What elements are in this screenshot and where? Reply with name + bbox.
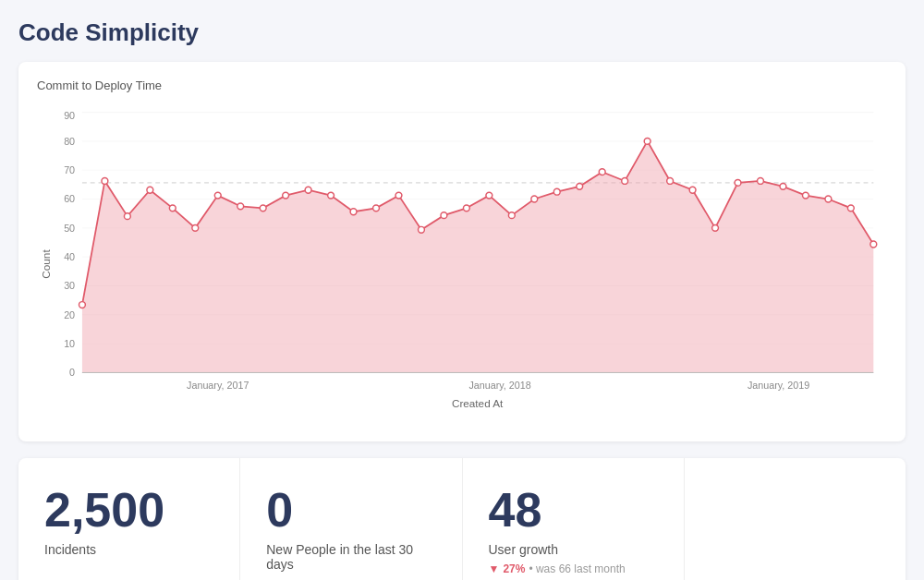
y-tick-50: 50 — [64, 223, 75, 234]
data-dot — [825, 196, 832, 202]
data-dot — [395, 192, 402, 199]
down-arrow-icon: ▼ — [489, 562, 500, 575]
data-dot — [419, 226, 425, 233]
data-dot — [780, 183, 786, 189]
data-dot — [667, 178, 674, 185]
stat-sublabel-user-growth: ▼ 27% • was 66 last month — [489, 562, 658, 575]
y-tick-80: 80 — [64, 136, 75, 147]
data-dot — [735, 179, 741, 186]
x-tick-2018: January, 2018 — [468, 380, 530, 391]
data-dot — [486, 192, 492, 199]
y-axis-title: Count — [40, 249, 52, 279]
stat-label-new-people: New People in the last 30 days — [266, 542, 435, 572]
area-fill — [82, 141, 873, 373]
data-dot — [79, 302, 86, 308]
data-dot — [350, 209, 357, 215]
data-dot — [328, 192, 334, 199]
data-dot — [169, 205, 176, 211]
x-tick-2019: January, 2019 — [748, 380, 809, 391]
data-dot — [102, 178, 108, 185]
stat-number-incidents: 2,500 — [44, 484, 213, 537]
page-title: Code Simplicity — [18, 18, 906, 47]
stat-card-incidents: 2,500 Incidents — [18, 458, 240, 580]
data-dot — [577, 183, 583, 189]
data-dot — [712, 224, 719, 231]
y-tick-70: 70 — [64, 164, 75, 175]
data-dot — [689, 187, 696, 193]
page-container: Code Simplicity Commit to Deploy Time Co… — [0, 0, 924, 580]
y-tick-40: 40 — [64, 251, 75, 262]
data-dot — [870, 241, 877, 248]
y-tick-60: 60 — [64, 193, 75, 204]
y-tick-0: 0 — [69, 367, 75, 378]
stat-pct: 27% — [503, 562, 525, 575]
data-dot — [373, 205, 380, 211]
data-dot — [260, 205, 266, 211]
data-dot — [305, 187, 311, 193]
y-tick-10: 10 — [64, 338, 75, 349]
data-dot — [531, 196, 538, 202]
data-dot — [147, 187, 153, 193]
data-dot — [802, 192, 808, 199]
stat-was-label: • was 66 last month — [529, 562, 625, 575]
data-dot — [124, 213, 130, 220]
data-dot — [622, 178, 628, 185]
data-dot — [644, 138, 650, 144]
chart-area: Count 0 10 20 30 40 50 60 70 80 90 — [37, 98, 887, 430]
data-dot — [758, 178, 764, 185]
x-tick-2017: January, 2017 — [187, 380, 249, 391]
data-dot — [237, 203, 244, 210]
stat-card-user-growth: 48 User growth ▼ 27% • was 66 last month — [463, 458, 685, 580]
chart-title: Commit to Deploy Time — [37, 79, 887, 92]
stat-label-incidents: Incidents — [44, 542, 213, 557]
data-dot — [283, 192, 289, 199]
data-dot — [553, 188, 560, 195]
chart-card: Commit to Deploy Time Count 0 10 20 30 4… — [18, 62, 906, 441]
data-dot — [214, 192, 221, 199]
data-dot — [463, 205, 469, 211]
y-tick-20: 20 — [64, 309, 75, 320]
data-dot — [192, 224, 199, 231]
chart-svg: Count 0 10 20 30 40 50 60 70 80 90 — [37, 98, 887, 430]
data-dot — [847, 205, 854, 211]
data-dot — [508, 212, 515, 219]
x-axis-title: Created At — [452, 397, 504, 409]
stat-label-user-growth: User growth — [489, 542, 658, 557]
data-dot — [441, 212, 447, 219]
stat-number-new-people: 0 — [266, 484, 435, 537]
stat-card-empty — [685, 458, 906, 580]
stat-number-user-growth: 48 — [489, 484, 658, 537]
y-tick-90: 90 — [64, 110, 75, 121]
y-tick-30: 30 — [64, 280, 75, 291]
data-dot — [599, 169, 605, 175]
stats-row: 2,500 Incidents 0 New People in the last… — [18, 458, 906, 580]
stat-card-new-people: 0 New People in the last 30 days — [240, 458, 462, 580]
